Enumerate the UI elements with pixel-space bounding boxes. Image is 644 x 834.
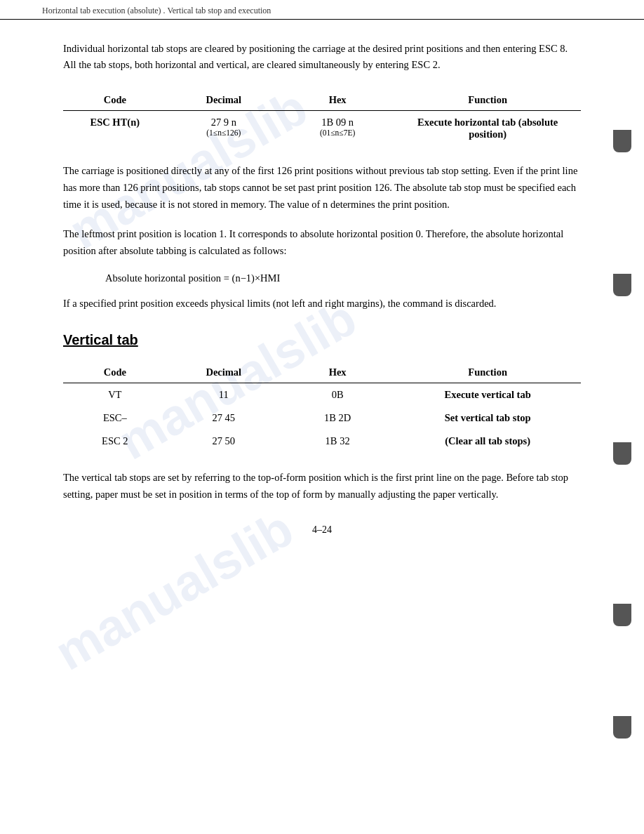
th-hex-2: Hex <box>281 362 394 383</box>
table-row: ESC 2 27 50 1B 32 (Clear all tab stops) <box>63 430 581 453</box>
cell-hex-esc2: 1B 32 <box>281 430 394 453</box>
cell-function-vt: Execute vertical tab <box>394 383 581 406</box>
page-number: 4–24 <box>63 524 581 536</box>
cell-function-esc: Set vertical tab stop <box>394 406 581 430</box>
intro-paragraph: Individual horizontal tab stops are clea… <box>63 41 581 73</box>
table1-section: Code Decimal Hex Function ESC HT(n) <box>63 90 581 146</box>
vertical-tab-body: The vertical tab stops are set by referr… <box>63 470 581 503</box>
formula-text: Absolute horizontal position = (n−1)×HMI <box>105 272 280 284</box>
body-para-1: The carriage is positioned directly at a… <box>63 163 581 213</box>
table2-section: Code Decimal Hex Function VT 11 0B Execu… <box>63 362 581 453</box>
cell-hex-vt: 0B <box>281 383 394 406</box>
page-header: Horizontal tab execution (absolute) . Ve… <box>0 0 644 20</box>
hex-sub: (01≤n≤7E) <box>288 128 387 137</box>
th-function-1: Function <box>394 90 581 111</box>
after-formula-text: If a specified print position exceeds ph… <box>63 296 581 312</box>
table-row: VT 11 0B Execute vertical tab <box>63 383 581 406</box>
cell-function-esc2: (Clear all tab stops) <box>394 430 581 453</box>
th-decimal-2: Decimal <box>167 362 281 383</box>
command-table-2: Code Decimal Hex Function VT 11 0B Execu… <box>63 362 581 453</box>
cell-code: ESC HT(n) <box>63 111 167 147</box>
cell-hex-esc: 1B 2D <box>281 406 394 430</box>
decimal-main: 27 9 n <box>174 117 274 128</box>
command-table-1: Code Decimal Hex Function ESC HT(n) <box>63 90 581 146</box>
th-code-2: Code <box>63 362 167 383</box>
th-decimal-1: Decimal <box>167 90 281 111</box>
page: manualslib manualslib manualslib Horizon… <box>0 0 644 834</box>
cell-decimal: 27 9 n (1≤n≤126) <box>167 111 281 147</box>
hex-main: 1B 09 n <box>288 117 387 128</box>
tab-marker-5 <box>613 716 631 739</box>
cell-hex: 1B 09 n (01≤n≤7E) <box>281 111 394 147</box>
body-para-2: The leftmost print position is location … <box>63 226 581 260</box>
cell-code-esc: ESC– <box>63 406 167 430</box>
cell-function: Execute horizontal tab (absolute positio… <box>394 111 581 147</box>
table-row: ESC– 27 45 1B 2D Set vertical tab stop <box>63 406 581 430</box>
formula-block: Absolute horizontal position = (n−1)×HMI <box>105 272 581 284</box>
vertical-tab-heading: Vertical tab <box>63 332 581 348</box>
th-function-2: Function <box>394 362 581 383</box>
tab-marker-4 <box>613 604 631 626</box>
cell-decimal-esc: 27 45 <box>167 406 281 430</box>
decimal-sub: (1≤n≤126) <box>174 128 274 137</box>
cell-decimal-vt: 11 <box>167 383 281 406</box>
cell-code-esc2: ESC 2 <box>63 430 167 453</box>
header-left: Horizontal tab execution (absolute) . Ve… <box>42 6 271 16</box>
cell-decimal-esc2: 27 50 <box>167 430 281 453</box>
th-hex-1: Hex <box>281 90 394 111</box>
cell-code-text: ESC HT(n) <box>90 117 140 128</box>
th-code-1: Code <box>63 90 167 111</box>
cell-code-vt: VT <box>63 383 167 406</box>
table-row: ESC HT(n) 27 9 n (1≤n≤126) 1B 09 n (01≤n… <box>63 111 581 147</box>
